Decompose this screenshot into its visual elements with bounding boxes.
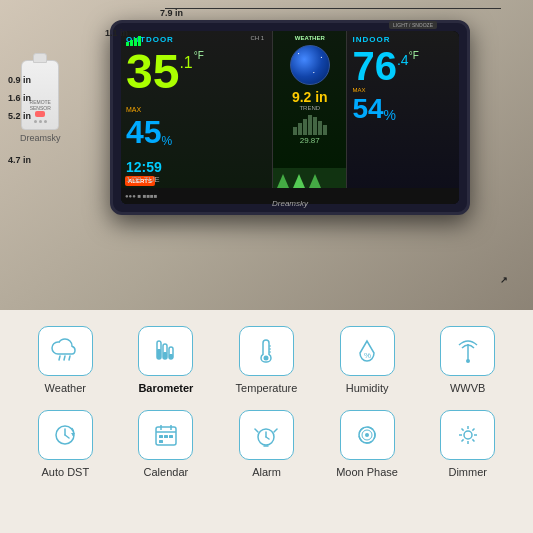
calendar-label: Calendar (144, 466, 189, 478)
outdoor-max-label: MAX (126, 106, 141, 113)
feature-auto-dst: Auto DST (15, 406, 116, 482)
outdoor-temp: 35 (126, 48, 179, 96)
dimmer-label: Dimmer (448, 466, 487, 478)
weather-label: Weather (45, 382, 86, 394)
sensor-brand: Dreamsky (20, 133, 61, 143)
weather-icon-box (38, 326, 93, 376)
feature-wwvb: WWVB (417, 322, 518, 398)
time-display-area: 12:59 1/28 TUE (126, 159, 454, 184)
wwvb-icon-box (440, 326, 495, 376)
dim-top: 1.1 in (105, 28, 128, 38)
barometer-value: 29.87 (300, 136, 320, 145)
svg-line-30 (266, 437, 269, 439)
indoor-temp-unit: °F (409, 50, 419, 61)
moon-icon (352, 420, 382, 450)
calendar-icon-box (138, 410, 193, 460)
light-snooze-button[interactable]: LIGHT / SNOOZE (389, 21, 437, 29)
outdoor-temp-decimal: .1 (179, 54, 192, 72)
indoor-label: INDOOR (352, 35, 454, 44)
auto-dst-label: Auto DST (41, 466, 89, 478)
features-grid: Weather Barometer (15, 322, 518, 482)
dim-sensor-width: 0.9 in (8, 75, 31, 85)
dim-sensor-height: 5.2 in (8, 111, 31, 121)
humidity-drop-icon: % (352, 336, 382, 366)
barometer-icon (151, 336, 181, 366)
date-display: 1/28 TUE (126, 175, 454, 184)
indoor-temp-decimal: .4 (397, 52, 409, 68)
feature-moon-phase: Moon Phase (317, 406, 418, 482)
rain-amount: 9.2 in (292, 89, 328, 105)
svg-rect-27 (159, 440, 163, 443)
product-photo: 7.9 in 1.1 in 0.9 in 1.6 in 5.2 in 4.7 i… (0, 0, 533, 310)
station-brand: Dreamsky (272, 199, 308, 208)
signal-bars (126, 36, 141, 46)
barometer-icon-box (138, 326, 193, 376)
feature-weather: Weather (15, 322, 116, 398)
outdoor-temp-unit: °F (194, 50, 204, 61)
moon-phase-label: Moon Phase (336, 466, 398, 478)
svg-rect-6 (163, 352, 167, 359)
calendar-icon (151, 420, 181, 450)
temperature-label: Temperature (236, 382, 298, 394)
indoor-humidity: 54 (352, 95, 383, 123)
svg-point-15 (466, 359, 470, 363)
svg-point-12 (264, 356, 269, 361)
barometer-label: Barometer (138, 382, 193, 394)
screen-indoor: INDOOR 76 .4 °F MAX 54 % 12:59 (347, 31, 459, 204)
alarm-clock-icon (251, 420, 281, 450)
dimmer-sun-icon (453, 420, 483, 450)
dim-bottom-arrow: ↗ (500, 275, 508, 285)
weather-label-mid: WEATHER (295, 35, 325, 41)
feature-humidity: % Humidity (317, 322, 418, 398)
svg-line-41 (461, 429, 463, 431)
clock-dst-icon (50, 420, 80, 450)
svg-point-35 (365, 433, 369, 437)
dim-sensor-depth: 1.6 in (8, 93, 31, 103)
alarm-icon-box (239, 410, 294, 460)
temperature-icon-box (239, 326, 294, 376)
wwvb-label: WWVB (450, 382, 485, 394)
svg-rect-26 (169, 435, 173, 438)
humidity-icon-box: % (340, 326, 395, 376)
svg-rect-25 (164, 435, 168, 438)
dim-width: 7.9 in (160, 8, 183, 18)
dim-station-height: 4.7 in (8, 155, 31, 165)
alarm-label: Alarm (252, 466, 281, 478)
feature-temperature: Temperature (216, 322, 317, 398)
ch-label: CH 1 (250, 35, 264, 41)
feature-barometer: Barometer (116, 322, 217, 398)
moon-phase-icon-box (340, 410, 395, 460)
svg-line-0 (59, 356, 60, 360)
feature-calendar: Calendar (116, 406, 217, 482)
trend-label: TREND (299, 105, 320, 111)
barometer-bars (293, 115, 327, 135)
feature-alarm: Alarm (216, 406, 317, 482)
svg-line-44 (461, 439, 463, 441)
svg-line-1 (64, 356, 65, 360)
main-station: LIGHT / SNOOZE OUTDOOR CH 1 (110, 20, 470, 220)
svg-line-2 (69, 356, 70, 360)
svg-rect-4 (157, 349, 161, 359)
cloud-rain-icon (50, 336, 80, 366)
dimmer-icon-box (440, 410, 495, 460)
svg-rect-24 (159, 435, 163, 438)
signal-tower-icon (453, 336, 483, 366)
features-section: Weather Barometer (0, 310, 533, 533)
auto-dst-icon-box (38, 410, 93, 460)
indoor-humidity-unit: % (384, 107, 396, 123)
svg-rect-8 (169, 354, 173, 359)
planet-globe (290, 45, 330, 85)
indoor-temp: 76 (352, 46, 397, 86)
humidity-label: Humidity (346, 382, 389, 394)
outdoor-humidity: 45 (126, 116, 162, 148)
time-display: 12:59 (126, 159, 454, 175)
svg-line-42 (472, 439, 474, 441)
svg-line-43 (472, 429, 474, 431)
dim-width-line (165, 8, 501, 9)
svg-line-18 (65, 435, 69, 438)
svg-text:%: % (364, 351, 371, 360)
feature-dimmer: Dimmer (417, 406, 518, 482)
outdoor-humidity-unit: % (162, 134, 173, 148)
thermometer-icon (251, 336, 281, 366)
svg-point-36 (464, 431, 472, 439)
